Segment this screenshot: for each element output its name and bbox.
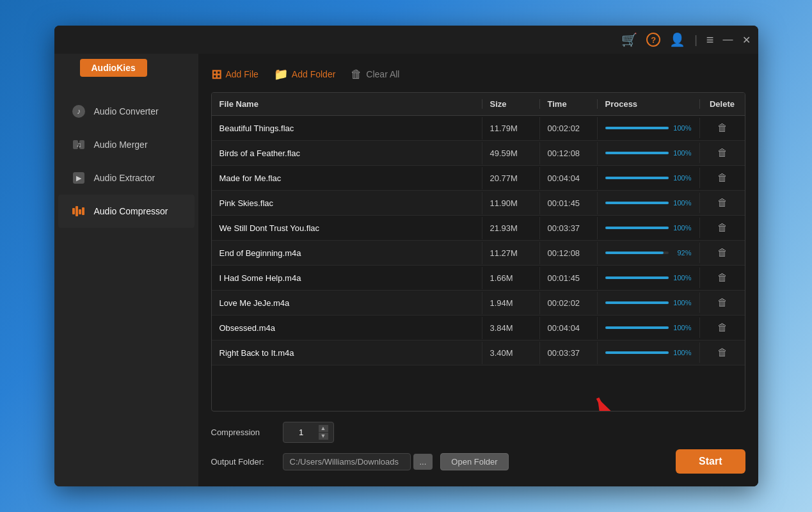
help-icon[interactable]: ? [646, 33, 660, 47]
cell-process: 100% [598, 268, 700, 288]
start-button[interactable]: Start [676, 449, 745, 474]
cell-size: 1.94M [482, 292, 540, 314]
cell-delete: 🗑 [700, 291, 745, 315]
delete-row-button[interactable]: 🗑 [717, 322, 728, 333]
spin-buttons: ▲ ▼ [319, 425, 328, 440]
sidebar: AudioKies ♪ Audio Converter ♫ [54, 54, 198, 486]
sidebar-item-audio-merger[interactable]: ♫ Audio Merger [58, 128, 195, 161]
add-file-button[interactable]: ⊞ Add File [211, 67, 259, 82]
cell-size: 11.79M [482, 117, 540, 140]
content-area: ⊞ Add File 📁 Add Folder 🗑 Clear All File… [198, 54, 758, 486]
svg-rect-7 [72, 208, 75, 214]
open-folder-button[interactable]: Open Folder [440, 453, 508, 470]
sidebar-item-audio-compressor[interactable]: Audio Compressor [58, 195, 195, 228]
file-table: File Name Size Time Process Delete Beaut… [211, 92, 745, 412]
cell-filename: End of Beginning.m4a [212, 242, 482, 264]
toolbar: ⊞ Add File 📁 Add Folder 🗑 Clear All [211, 67, 745, 82]
progress-label: 100% [673, 349, 692, 356]
table-header: File Name Size Time Process Delete [212, 93, 745, 116]
account-icon[interactable]: 👤 [669, 32, 685, 47]
delete-row-button[interactable]: 🗑 [717, 347, 728, 358]
sidebar-item-audio-converter[interactable]: ♪ Audio Converter [58, 95, 195, 128]
progress-label: 100% [673, 199, 692, 207]
delete-row-button[interactable]: 🗑 [717, 122, 728, 134]
compression-value-input[interactable] [289, 428, 314, 437]
svg-rect-8 [76, 206, 78, 216]
progress-bar-fill [605, 127, 669, 129]
progress-label: 100% [673, 324, 692, 332]
table-row: Made for Me.flac 20.77M 00:04:04 100% 🗑 [212, 166, 745, 191]
cell-delete: 🗑 [700, 216, 745, 240]
table-row: Pink Skies.flac 11.90M 00:01:45 100% 🗑 [212, 191, 745, 216]
add-folder-icon: 📁 [274, 67, 288, 81]
progress-bar-fill [605, 276, 669, 279]
progress-bar-fill [605, 301, 669, 304]
svg-text:▶: ▶ [76, 174, 82, 182]
progress-bar-bg [605, 326, 669, 329]
progress-label: 100% [673, 274, 692, 282]
cart-icon[interactable]: 🛒 [621, 32, 637, 47]
cell-process: 100% [598, 143, 700, 163]
close-button[interactable]: ✕ [742, 34, 751, 46]
svg-text:♪: ♪ [77, 107, 81, 116]
cell-time: 00:03:37 [540, 342, 598, 364]
cell-size: 20.77M [482, 167, 540, 189]
progress-bar-fill [605, 152, 669, 154]
cell-delete: 🗑 [700, 141, 745, 165]
clear-all-button[interactable]: 🗑 Clear All [351, 68, 399, 81]
progress-bar-fill [605, 326, 669, 329]
progress-label: 100% [673, 224, 692, 232]
delete-row-button[interactable]: 🗑 [717, 197, 728, 209]
progress-bar-fill [605, 227, 669, 229]
progress-bar-fill [605, 202, 669, 204]
merger-icon: ♫ [71, 137, 86, 152]
cell-process: 100% [598, 342, 700, 363]
col-process: Process [598, 99, 700, 109]
cell-filename: Made for Me.flac [212, 167, 482, 189]
cell-time: 00:01:45 [540, 192, 598, 214]
browse-button[interactable]: ... [413, 454, 433, 470]
compressor-icon [71, 204, 86, 219]
sidebar-label-converter: Audio Converter [94, 106, 159, 116]
spin-down-button[interactable]: ▼ [319, 433, 328, 440]
table-row: Right Back to It.m4a 3.40M 00:03:37 100%… [212, 340, 745, 365]
delete-row-button[interactable]: 🗑 [717, 222, 728, 234]
menu-icon[interactable]: ≡ [706, 33, 714, 47]
clear-all-label: Clear All [366, 69, 399, 79]
brand-button[interactable]: AudioKies [80, 59, 147, 77]
cell-size: 11.90M [482, 192, 540, 214]
main-layout: AudioKies ♪ Audio Converter ♫ [54, 54, 758, 486]
progress-bar-bg [605, 301, 669, 304]
cell-process: 100% [598, 292, 700, 313]
cell-size: 11.27M [482, 242, 540, 264]
cell-time: 00:02:02 [540, 292, 598, 314]
sidebar-item-audio-extractor[interactable]: ▶ Audio Extractor [58, 161, 195, 195]
compression-input-group: ▲ ▼ [283, 422, 334, 443]
spin-up-button[interactable]: ▲ [319, 425, 328, 432]
progress-label: 100% [673, 174, 692, 182]
cell-size: 21.93M [482, 217, 540, 239]
add-folder-label: Add Folder [292, 69, 335, 79]
add-folder-button[interactable]: 📁 Add Folder [274, 67, 335, 81]
minimize-button[interactable]: — [723, 34, 733, 45]
delete-row-button[interactable]: 🗑 [717, 147, 728, 159]
sidebar-label-extractor: Audio Extractor [94, 173, 155, 183]
divider: | [694, 33, 697, 47]
cell-filename: Beautiful Things.flac [212, 117, 482, 140]
bottom-controls: Compression ▲ ▼ Output Folder: C:/Users/… [211, 422, 745, 474]
delete-row-button[interactable]: 🗑 [717, 172, 728, 184]
sidebar-label-merger: Audio Merger [94, 140, 148, 150]
table-body: Beautiful Things.flac 11.79M 00:02:02 10… [212, 116, 745, 411]
compression-label: Compression [211, 428, 275, 437]
cell-time: 00:04:04 [540, 317, 598, 339]
title-bar: 🛒 ? 👤 | ≡ — ✕ [54, 26, 758, 54]
progress-bar-bg [605, 152, 669, 154]
progress-bar-bg [605, 252, 669, 254]
compression-row: Compression ▲ ▼ [211, 422, 745, 443]
delete-row-button[interactable]: 🗑 [717, 297, 728, 308]
col-delete: Delete [700, 99, 745, 109]
cell-time: 00:01:45 [540, 267, 598, 289]
delete-row-button[interactable]: 🗑 [717, 272, 728, 284]
cell-time: 00:02:02 [540, 117, 598, 140]
delete-row-button[interactable]: 🗑 [717, 247, 728, 259]
